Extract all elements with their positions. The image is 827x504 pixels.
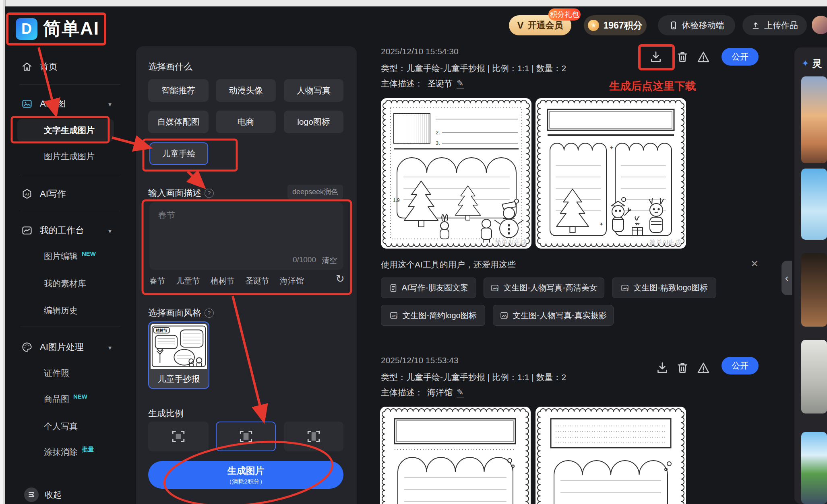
edit-pencil-icon[interactable]: ✎ — [457, 388, 464, 397]
category-children-drawing[interactable]: 儿童手绘 — [149, 142, 208, 165]
chevron-down-icon[interactable]: ▾ — [108, 227, 112, 235]
inspiration-thumbnail[interactable] — [801, 253, 827, 327]
sidebar-item-home[interactable]: 首页 — [21, 60, 58, 74]
generated-image[interactable]: ✦ ✦ 简单AI生成 — [535, 98, 686, 249]
sidebar-item-ai-writing[interactable]: AI AI写作 — [21, 187, 66, 201]
inspiration-thumbnail[interactable] — [801, 76, 827, 163]
generated-image[interactable] — [380, 407, 531, 504]
generate-cost: （消耗2积分） — [226, 478, 265, 485]
image-to-image-label: 图片生成图片 — [44, 151, 95, 162]
style-card-children-newspaper[interactable]: 植树节 儿童手抄报 — [148, 321, 209, 389]
ai-write-icon: AI — [21, 188, 33, 200]
report-icon[interactable] — [697, 361, 710, 375]
tag-arbor-day[interactable]: 植树节 — [211, 276, 235, 286]
app-logo[interactable]: D 简单AI — [16, 17, 99, 41]
sidebar-item-product-image[interactable]: 商品图 NEW — [44, 392, 87, 406]
deepseek-polish-button[interactable]: deepseek润色 — [287, 185, 343, 199]
sidebar-item-image-edit[interactable]: 图片编辑 NEW — [44, 249, 96, 263]
ratio-9-16-button[interactable] — [284, 422, 343, 451]
tag-aquarium[interactable]: 海洋馆 — [280, 276, 304, 286]
help-icon[interactable]: ? — [205, 309, 214, 318]
user-avatar[interactable] — [812, 16, 827, 34]
refresh-icon[interactable]: ↻ — [336, 273, 345, 285]
suggestion-t2i-beauty[interactable]: T 文生图-人物写真-高清美女 — [484, 278, 604, 298]
sidebar-item-image-to-image[interactable]: 图片生成图片 — [44, 150, 95, 163]
help-icon[interactable]: ? — [205, 189, 214, 198]
collapse-label: 收起 — [45, 489, 62, 500]
ratio-1-1-button[interactable] — [148, 422, 209, 451]
report-icon[interactable] — [697, 50, 710, 64]
divider — [20, 327, 120, 327]
style-card-label: 儿童手抄报 — [149, 370, 209, 388]
category-media-image[interactable]: 自媒体配图 — [148, 111, 209, 133]
upload-icon — [751, 21, 760, 30]
chevron-left-icon: ‹ — [785, 272, 789, 284]
home-icon — [21, 61, 33, 72]
inspiration-thumbnail[interactable] — [801, 432, 827, 504]
delete-icon[interactable] — [676, 361, 689, 375]
ratio-3-4-icon — [239, 429, 253, 444]
edit-pencil-icon[interactable]: ✎ — [457, 79, 464, 88]
close-icon[interactable]: ✕ — [751, 258, 759, 269]
erase-label: 涂抹消除 — [44, 446, 78, 458]
id-photo-label: 证件照 — [44, 368, 69, 379]
membership-label: 开通会员 — [528, 19, 563, 31]
category-anime-avatar[interactable]: 动漫头像 — [216, 79, 276, 102]
chevron-down-icon[interactable]: ▾ — [108, 101, 112, 108]
upload-work-button[interactable]: 上传作品 — [742, 15, 807, 35]
download-icon[interactable] — [649, 50, 663, 64]
tag-christmas[interactable]: 圣诞节 — [245, 276, 269, 286]
screenshot-root: D 简单AI 积分礼包 V 开通会员 ★ 1967积分 体验移动端 上传作品 首… — [0, 0, 827, 504]
generate-button[interactable]: 生成图片 （消耗2积分） — [148, 461, 343, 489]
sidebar-group-workspace[interactable]: 我的工作台 — [21, 223, 84, 238]
generation-panel: 选择画什么 智能推荐 动漫头像 人物写真 自媒体配图 电商 logo图标 儿童手… — [136, 46, 357, 504]
category-portrait[interactable]: 人物写真 — [284, 79, 343, 102]
suggestion-t2i-fine-logo[interactable]: T 文生图-精致logo图标 — [612, 278, 716, 298]
rail-collapse-handle[interactable]: ‹ — [782, 261, 792, 295]
sidebar-item-id-photo[interactable]: 证件照 — [44, 366, 69, 380]
suggestion-t2i-simple-logo[interactable]: T 文生图-简约logo图标 — [381, 305, 485, 326]
category-smart-recommend[interactable]: 智能推荐 — [148, 79, 209, 102]
suggestion-ai-writing[interactable]: AI写作-朋友圈文案 — [381, 278, 476, 298]
tag-spring-festival[interactable]: 春节 — [149, 276, 165, 286]
category-ecommerce[interactable]: 电商 — [216, 111, 276, 133]
result-description: 主体描述： 圣诞节 ✎ — [381, 78, 464, 89]
publish-button[interactable]: 公开 — [722, 357, 759, 374]
workspace-icon — [21, 225, 33, 236]
sidebar-item-personal-photo[interactable]: 个人写真 — [44, 420, 78, 433]
generated-image[interactable]: ✦ — [535, 407, 686, 504]
mobile-app-button[interactable]: 体验移动端 — [658, 15, 735, 35]
ratio-3-4-button[interactable] — [216, 422, 276, 451]
sidebar-item-edit-history[interactable]: 编辑历史 — [44, 304, 78, 317]
sidebar-group-ai-image-process[interactable]: AI图片处理 — [21, 340, 84, 354]
delete-icon[interactable] — [676, 50, 689, 64]
sidebar-item-text-to-image[interactable]: 文字生成图片 — [44, 123, 95, 137]
chevron-down-icon[interactable]: ▾ — [108, 344, 112, 352]
sidebar-item-erase[interactable]: 涂抹消除 批量 — [44, 445, 94, 459]
product-image-label: 商品图 — [44, 393, 69, 405]
workspace-label: 我的工作台 — [40, 224, 84, 237]
upload-label: 上传作品 — [764, 20, 798, 31]
image-edit-label: 图片编辑 — [44, 251, 78, 262]
download-icon[interactable] — [655, 361, 669, 375]
clear-button[interactable]: 清空 — [322, 255, 337, 266]
tag-childrens-day[interactable]: 儿童节 — [176, 276, 200, 286]
divider — [20, 211, 120, 211]
char-counter: 0/1000 清空 — [293, 255, 337, 266]
sidebar-collapse-button[interactable]: 收起 — [24, 488, 62, 502]
credits-button[interactable]: ★ 1967积分 — [584, 15, 647, 35]
inspiration-thumbnail[interactable] — [801, 169, 827, 240]
svg-text:✦: ✦ — [609, 144, 614, 151]
publish-button[interactable]: 公开 — [722, 48, 759, 66]
category-logo[interactable]: logo图标 — [284, 111, 343, 133]
generated-image[interactable]: 2. 3. 1.9 简单AI生成 — [381, 98, 531, 249]
suggestion-t2i-real-photo[interactable]: T 文生图-人物写真-真实摄影 — [493, 305, 614, 326]
inspiration-thumbnail[interactable] — [801, 340, 827, 413]
desc-value: 圣诞节 — [427, 78, 453, 89]
result-meta: 类型：儿童手绘-儿童手抄报 | 比例：1:1 | 数量：2 — [381, 63, 566, 74]
sidebar-group-ai-draw[interactable]: AI绘图 — [21, 97, 66, 111]
sidebar-item-material-library[interactable]: 我的素材库 — [44, 277, 86, 290]
svg-text:植树节: 植树节 — [155, 328, 167, 333]
credit-gift-badge: 积分礼包 — [548, 8, 581, 21]
suggestions-title: 使用这个AI工具的用户，还爱用这些 — [381, 259, 516, 270]
